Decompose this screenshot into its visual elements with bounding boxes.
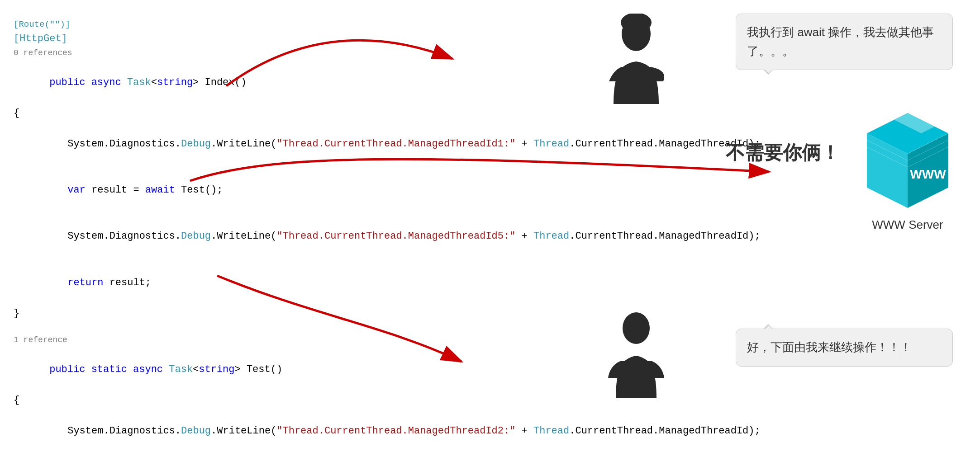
- code-brace-1a: {: [14, 106, 403, 121]
- code-brace-2a: {: [14, 393, 403, 408]
- code-block-2: 1 reference public static async Task<str…: [14, 334, 403, 466]
- server-icon: WWW: [862, 108, 953, 212]
- code-line-1: System.Diagnostics.Debug.WriteLine("Thre…: [14, 121, 403, 167]
- code-line-4: return result;: [14, 260, 403, 306]
- ref-count-2: 1 reference: [14, 334, 403, 347]
- bubble-top-text: 我执行到 await 操作，我去做其他事了。。。: [747, 25, 934, 58]
- svg-point-1: [621, 14, 652, 33]
- code-line-3: System.Diagnostics.Debug.WriteLine("Thre…: [14, 213, 403, 259]
- code-meta-1: [Route("")]: [14, 18, 403, 31]
- code-test-sig: public static async Task<string> Test(): [14, 347, 403, 393]
- visuals-panel: 我执行到 await 操作，我去做其他事了。。。 WWW WWW Server …: [416, 0, 980, 466]
- bubble-bottom: 好，下面由我来继续操作！！！: [736, 329, 953, 367]
- code-brace-1b: }: [14, 306, 403, 321]
- code-index-sig: public async Task<string> Index(): [14, 59, 403, 105]
- code-using-1: using (var client = new HttpClient()): [14, 455, 403, 466]
- code-line-5: System.Diagnostics.Debug.WriteLine("Thre…: [14, 408, 403, 454]
- code-attr-httpget: [HttpGet]: [14, 31, 403, 47]
- bubble-top: 我执行到 await 操作，我去做其他事了。。。: [736, 14, 953, 70]
- person-bottom: [600, 308, 672, 398]
- code-block-1: [Route("")] [HttpGet] 0 references publi…: [14, 18, 403, 321]
- svg-point-12: [623, 312, 650, 344]
- www-server-container: WWW WWW Server: [862, 108, 953, 232]
- no-need-label: 不需要你俩！: [726, 140, 840, 165]
- person-top: [600, 14, 672, 104]
- ref-count-1: 0 references: [14, 47, 403, 60]
- bubble-bottom-text: 好，下面由我来继续操作！！！: [747, 340, 912, 354]
- code-panel: [Route("")] [HttpGet] 0 references publi…: [0, 0, 416, 466]
- server-label: WWW Server: [872, 218, 943, 232]
- svg-text:WWW: WWW: [910, 167, 946, 181]
- code-line-2: var result = await Test();: [14, 167, 403, 213]
